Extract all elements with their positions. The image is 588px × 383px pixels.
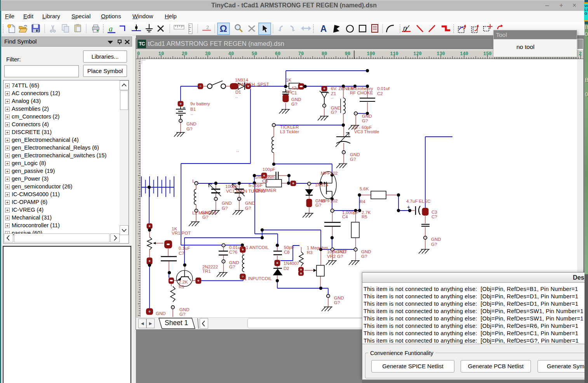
svg-text:1 INPUTCOIL: 1 INPUTCOIL (244, 276, 272, 281)
svg-text:..: .. (235, 94, 238, 99)
svg-text:R5: R5 (362, 214, 367, 219)
svg-text:70: 70 (298, 51, 304, 57)
svg-text:C8: C8 (284, 250, 290, 254)
svg-text:GND: GND (245, 201, 255, 205)
svg-text:G?: G? (350, 157, 356, 162)
svg-text:TICKLER: TICKLER (280, 125, 299, 129)
svg-text:R4: R4 (360, 199, 365, 204)
svg-text:VR2: VR2 (327, 254, 336, 259)
svg-text:Ω: Ω (219, 23, 227, 34)
svg-text:G?: G? (291, 102, 297, 106)
svg-text:C1: C1 (291, 91, 297, 95)
svg-text:G?: G? (222, 206, 228, 211)
svg-text:TRIMMER: TRIMMER (256, 188, 277, 193)
svg-text:GND: GND (291, 97, 301, 102)
svg-text:GND: GND (179, 307, 190, 312)
svg-text:GND: GND (222, 201, 232, 205)
svg-text:100pF: 100pF (263, 167, 275, 172)
svg-text:0.1uF: 0.1uF (179, 246, 190, 251)
svg-text:MPF102: MPF102 (321, 171, 337, 176)
svg-text:40: 40 (228, 51, 234, 57)
svg-text:G?: G? (337, 254, 343, 259)
svg-text:G?: G? (186, 127, 192, 131)
svg-text:20: 20 (182, 51, 187, 57)
svg-text:C2: C2 (377, 91, 383, 96)
svg-text:..: .. (191, 111, 193, 116)
svg-text:R6: R6 (286, 89, 292, 94)
svg-text:90: 90 (345, 51, 350, 57)
svg-text:G?: G? (315, 203, 321, 207)
svg-text:G?: G? (334, 300, 340, 305)
svg-text:100: 100 (367, 51, 375, 57)
svg-text:G?: G? (361, 254, 367, 259)
svg-text:0.01uf: 0.01uf (377, 86, 390, 91)
svg-text:GND: GND (186, 122, 197, 126)
svg-text:SWITCH_SPST: SWITCH_SPST (237, 82, 269, 87)
svg-text:G?: G? (229, 265, 235, 269)
svg-text:RF CHOKE: RF CHOKE (350, 91, 373, 95)
svg-text:TR1: TR1 (202, 269, 211, 273)
svg-text:2: 2 (206, 24, 209, 30)
svg-text:50: 50 (252, 51, 257, 57)
svg-text:1 Megohm: 1 Megohm (307, 245, 328, 250)
svg-text:C4: C4 (342, 214, 348, 219)
svg-text:GND: GND (350, 152, 360, 157)
svg-text:0.01uF: 0.01uF (229, 245, 243, 250)
svg-text:140: 140 (460, 51, 468, 57)
svg-text:120: 120 (413, 51, 422, 57)
svg-text:1 ANTCOIL: 1 ANTCOIL (246, 245, 269, 250)
svg-text:47u: 47u (291, 86, 299, 91)
svg-text:GND: GND (362, 114, 372, 118)
svg-text:110: 110 (390, 51, 398, 57)
svg-text:9v battery: 9v battery (190, 101, 210, 106)
svg-text:A: A (320, 24, 327, 34)
svg-text:60: 60 (275, 51, 280, 57)
svg-text:2: 2 (579, 51, 581, 57)
svg-text:G?: G? (179, 312, 185, 317)
svg-text:2.2K: 2.2K (179, 280, 188, 284)
svg-text:GND: GND (361, 249, 371, 254)
svg-text:130: 130 (437, 51, 445, 57)
svg-text:0: 0 (137, 51, 140, 57)
svg-text:4.7uF ELEC: 4.7uF ELEC (406, 199, 431, 204)
svg-text:D2: D2 (284, 266, 289, 271)
svg-text:G?: G? (431, 242, 437, 247)
svg-text:G?: G? (245, 206, 251, 211)
svg-text:R3: R3 (307, 250, 313, 255)
svg-text:GND: GND (156, 311, 166, 316)
svg-text:a: a (109, 24, 113, 33)
svg-text:GND: GND (334, 296, 344, 300)
svg-text:C?6: C?6 (229, 250, 237, 254)
svg-text:C7: C7 (179, 251, 184, 256)
svg-text:VR1 POT: VR1 POT (172, 231, 191, 235)
svg-text:5-20pF: 5-20pF (249, 183, 263, 188)
svg-text:GND: GND (336, 249, 346, 254)
svg-text:1N4007: 1N4007 (284, 261, 299, 266)
svg-text:GND: GND (202, 210, 212, 215)
svg-text:1N914: 1N914 (315, 183, 328, 187)
svg-text:C3: C3 (262, 179, 268, 183)
svg-text:30: 30 (205, 51, 210, 57)
svg-text:L: L (192, 179, 195, 183)
svg-text:..: .. (237, 148, 239, 153)
svg-text:C3: C3 (431, 210, 437, 214)
svg-text:L3 Tickler: L3 Tickler (280, 129, 299, 134)
svg-text:10: 10 (158, 51, 164, 57)
svg-text:50pF: 50pF (284, 245, 294, 250)
svg-text:..: .. (331, 95, 333, 99)
svg-text:80: 80 (322, 51, 327, 57)
svg-text:G?: G? (202, 215, 208, 219)
svg-text:GND: GND (431, 237, 441, 242)
svg-text:100pF: 100pF (225, 184, 238, 189)
svg-text:G?: G? (362, 118, 368, 123)
svg-text:C?: C? (431, 214, 437, 219)
svg-text:150: 150 (483, 51, 492, 57)
svg-text:VC3 Throttle: VC3 Throttle (354, 129, 379, 134)
svg-text:R1: R1 (179, 284, 184, 289)
svg-text:1K: 1K (286, 78, 291, 82)
svg-text:G?: G? (331, 110, 337, 115)
svg-text:5.6K: 5.6K (360, 186, 369, 191)
